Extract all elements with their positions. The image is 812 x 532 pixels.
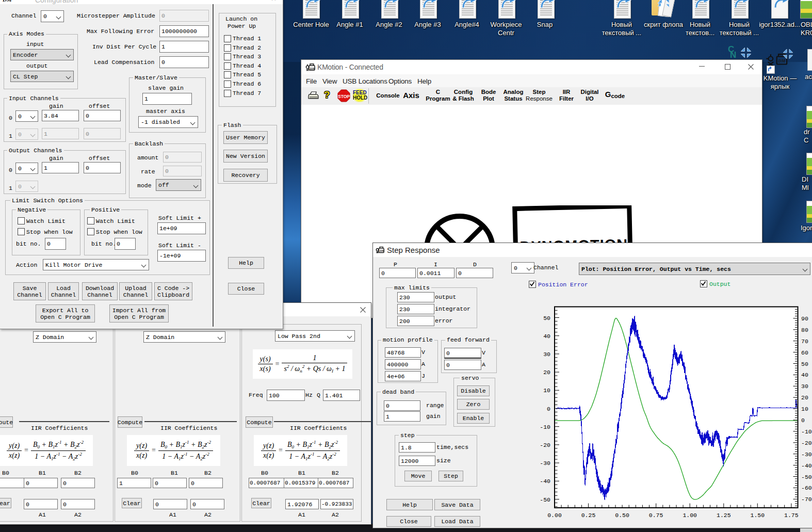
svg-text:50: 50 <box>543 315 550 321</box>
svg-text:-30: -30 <box>540 460 550 466</box>
svg-text:10: 10 <box>543 387 550 394</box>
svg-text:-20: -20 <box>801 440 812 446</box>
svg-text:0.25: 0.25 <box>581 512 596 519</box>
svg-text:1.00: 1.00 <box>683 512 697 519</box>
svg-text:0.50: 0.50 <box>615 512 629 519</box>
svg-text:-40: -40 <box>801 462 812 469</box>
svg-text:40: 40 <box>801 372 808 378</box>
svg-text:0.00: 0.00 <box>547 512 562 519</box>
svg-text:60: 60 <box>801 349 808 356</box>
svg-text:10: 10 <box>801 406 808 412</box>
svg-text:90: 90 <box>801 315 808 322</box>
svg-text:1.75: 1.75 <box>784 512 799 519</box>
svg-text:0: 0 <box>547 406 550 412</box>
svg-text:1.50: 1.50 <box>750 512 765 519</box>
svg-text:50: 50 <box>801 361 808 367</box>
svg-text:-70: -70 <box>801 496 812 503</box>
svg-text:-50: -50 <box>540 496 550 503</box>
svg-text:DM: DM <box>379 249 385 252</box>
svg-text:80: 80 <box>801 327 808 333</box>
svg-text:1.25: 1.25 <box>717 512 731 519</box>
svg-text:DM: DM <box>310 67 316 70</box>
svg-text:0.75: 0.75 <box>649 512 663 519</box>
svg-text:-30: -30 <box>801 451 812 458</box>
svg-text:20: 20 <box>801 394 808 401</box>
svg-text:0: 0 <box>801 417 805 424</box>
svg-text:-10: -10 <box>540 424 550 430</box>
svg-text:-40: -40 <box>540 478 550 485</box>
svg-text:30: 30 <box>801 383 808 390</box>
svg-text:70: 70 <box>801 338 808 345</box>
svg-text:-50: -50 <box>801 474 812 480</box>
svg-text:30: 30 <box>543 351 550 358</box>
svg-text:-20: -20 <box>540 442 550 448</box>
svg-text:-10: -10 <box>801 428 812 435</box>
svg-text:40: 40 <box>543 333 550 340</box>
svg-text:-60: -60 <box>801 485 812 491</box>
svg-text:20: 20 <box>543 369 550 376</box>
